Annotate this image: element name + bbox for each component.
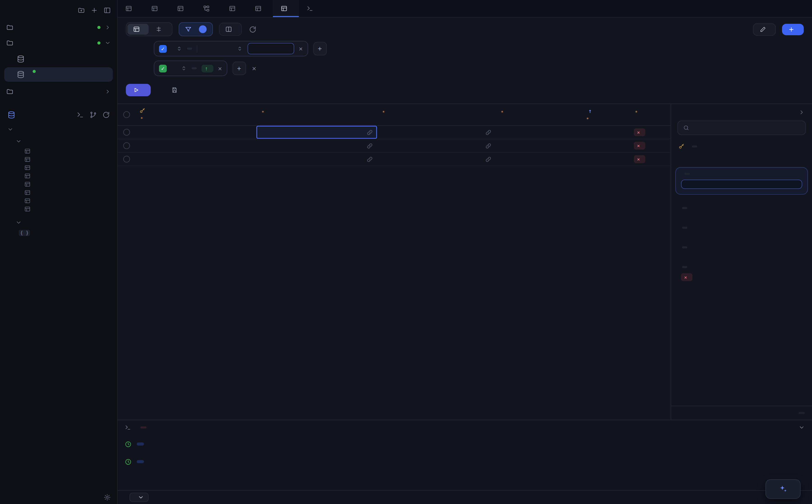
row-checkbox[interactable] <box>123 142 130 149</box>
filter-columns-input[interactable] <box>693 125 800 131</box>
cell-user-id[interactable] <box>256 126 377 139</box>
terminal-icon[interactable] <box>77 111 84 119</box>
chevron-down-icon[interactable] <box>798 424 805 431</box>
add-connection-icon[interactable] <box>91 7 98 14</box>
ai-assistant-button[interactable] <box>765 479 801 499</box>
column-header-track-id[interactable]: * <box>377 108 496 122</box>
tab-er-public[interactable] <box>195 0 221 17</box>
new-folder-icon[interactable] <box>78 7 85 14</box>
field-value[interactable] <box>681 180 802 189</box>
connection-item-local[interactable] <box>4 52 113 66</box>
row-panel-footer <box>671 406 812 420</box>
cell-user-id[interactable] <box>256 139 377 152</box>
refresh-icon[interactable] <box>103 111 110 119</box>
rows-per-page-select[interactable] <box>129 493 149 502</box>
schema-node-functions[interactable] <box>0 216 117 228</box>
filter-columns-search[interactable] <box>677 121 806 135</box>
columns-button[interactable] <box>219 23 242 36</box>
collapse-sidebar-icon[interactable] <box>103 7 111 14</box>
sidebar-table-tracks[interactable] <box>0 197 117 205</box>
column-header-user-id[interactable]: * <box>256 108 377 122</box>
chevrons-up-down-icon[interactable] <box>181 65 187 71</box>
order-enabled-checkbox[interactable]: ✓ <box>159 64 167 72</box>
schema-node-public[interactable] <box>0 123 117 135</box>
tab-public-playlists[interactable] <box>117 0 143 17</box>
add-filter-button[interactable]: + <box>313 42 326 55</box>
where-value-input[interactable] <box>247 43 294 55</box>
edit-button[interactable] <box>753 23 776 35</box>
tab-data[interactable] <box>127 24 149 35</box>
column-header-played-at[interactable]: * <box>496 108 581 122</box>
field-type-badge <box>692 145 697 147</box>
connection-group-dev[interactable] <box>0 20 117 35</box>
column-header-stream-id[interactable]: * <box>135 108 256 122</box>
tab-public-follows[interactable] <box>221 0 247 17</box>
cell-skipped[interactable]: × <box>630 153 671 165</box>
cell-stream-id[interactable] <box>135 139 256 152</box>
cell-stream-id[interactable] <box>135 126 256 139</box>
cell-track-id[interactable] <box>377 126 496 139</box>
tab-structure[interactable] <box>150 24 171 35</box>
cell-duration-ms[interactable] <box>581 153 630 165</box>
save-button[interactable] <box>171 87 181 93</box>
chevron-right-icon[interactable] <box>798 109 805 115</box>
tab-public-artists[interactable] <box>169 0 195 17</box>
sidebar-table-releases[interactable] <box>0 180 117 188</box>
tab-new-query[interactable] <box>299 0 325 17</box>
required-asterisk: * <box>140 116 143 121</box>
filter-button[interactable] <box>179 22 213 36</box>
query-log-entry[interactable] <box>117 436 812 452</box>
query-log-entry[interactable] <box>117 454 812 470</box>
select-all-checkbox[interactable] <box>123 111 130 118</box>
cell-played-at[interactable] <box>496 126 581 139</box>
chevron-right-icon[interactable] <box>105 24 111 31</box>
sidebar-table-playlist-tracks[interactable] <box>0 164 117 172</box>
clear-sorts-icon[interactable]: × <box>251 64 257 73</box>
sidebar-table-users[interactable] <box>0 205 117 213</box>
sidebar-table-playlists[interactable] <box>0 172 117 180</box>
tab-public-playlist-tracks[interactable] <box>247 0 273 17</box>
chevrons-up-down-icon[interactable] <box>237 46 243 52</box>
column-header-skipped[interactable]: * <box>630 108 671 122</box>
remove-where-icon[interactable]: × <box>299 45 303 52</box>
add-sort-button[interactable]: + <box>232 62 246 75</box>
gear-icon[interactable] <box>103 494 111 501</box>
tab-public-releases[interactable] <box>143 0 169 17</box>
query-log-header[interactable] <box>117 420 812 434</box>
row-checkbox[interactable] <box>123 156 130 163</box>
chevron-right-icon[interactable] <box>105 89 111 95</box>
sort-direction-toggle[interactable]: ↑ <box>201 64 213 72</box>
where-enabled-checkbox[interactable]: ✓ <box>159 45 167 53</box>
cell-played-at[interactable] <box>496 153 581 165</box>
field-value[interactable]: × <box>679 273 805 281</box>
add-row-button[interactable] <box>782 23 804 35</box>
cell-skipped[interactable]: × <box>630 139 671 152</box>
cell-stream-id[interactable] <box>135 153 256 165</box>
chevron-down-icon[interactable] <box>105 40 111 46</box>
chevrons-up-down-icon[interactable] <box>176 46 182 52</box>
er-diagram-icon <box>203 5 210 12</box>
tab-public-streams[interactable] <box>273 0 299 17</box>
apply-button[interactable] <box>126 84 151 96</box>
x-icon: × <box>637 156 640 162</box>
refresh-icon[interactable] <box>249 26 256 33</box>
cell-user-id[interactable] <box>256 153 377 165</box>
cell-duration-ms[interactable] <box>581 126 630 139</box>
sidebar-table-follows[interactable] <box>0 155 117 164</box>
sidebar-table-streams[interactable] <box>0 188 117 197</box>
remove-order-icon[interactable]: × <box>218 65 222 72</box>
connection-group-local[interactable] <box>0 35 117 51</box>
cell-skipped[interactable]: × <box>630 126 671 139</box>
cell-track-id[interactable] <box>377 139 496 152</box>
cell-duration-ms[interactable] <box>581 139 630 152</box>
connection-item-banking[interactable] <box>4 67 113 82</box>
connection-group-prod[interactable] <box>0 84 117 99</box>
git-branch-icon[interactable] <box>90 111 97 119</box>
cell-track-id[interactable] <box>377 153 496 165</box>
row-checkbox[interactable] <box>123 129 130 136</box>
sidebar-table-artists[interactable] <box>0 147 117 155</box>
sidebar-function-update-listening-hours[interactable]: { } <box>0 228 117 238</box>
cell-played-at[interactable] <box>496 139 581 152</box>
column-header-duration-ms[interactable]: ↑ * <box>581 108 630 122</box>
schema-node-tables[interactable] <box>0 135 117 147</box>
